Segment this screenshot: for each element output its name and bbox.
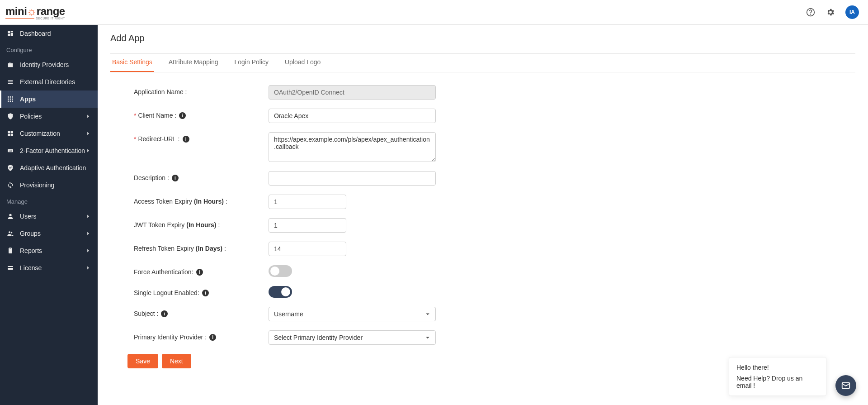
sidebar-item-apps[interactable]: Apps <box>0 91 98 108</box>
svg-rect-17 <box>8 134 10 136</box>
svg-rect-18 <box>11 134 13 136</box>
shield-icon <box>6 112 14 120</box>
svg-rect-15 <box>8 131 10 133</box>
gear-icon[interactable] <box>826 7 835 17</box>
svg-point-1 <box>811 14 811 14</box>
application-name-input <box>269 85 436 100</box>
sidebar-item-license[interactable]: License <box>0 259 98 276</box>
redirect-url-label: Redirect-URL : <box>138 135 179 143</box>
svg-text:123: 123 <box>9 150 12 152</box>
svg-rect-2 <box>8 31 10 33</box>
next-button[interactable]: Next <box>162 354 191 368</box>
client-name-label: Client Name : <box>138 112 176 119</box>
chat-hello: Hello there! <box>736 364 819 371</box>
subject-label: Subject : <box>134 310 158 317</box>
tab-logo[interactable]: Upload Logo <box>283 54 322 72</box>
svg-rect-12 <box>8 100 9 102</box>
chat-fab-button[interactable] <box>835 375 856 396</box>
sidebar-item-provisioning[interactable]: Provisioning <box>0 176 98 194</box>
sidebar-item-label: Users <box>20 213 37 220</box>
sidebar-item-label: Customization <box>20 130 60 137</box>
force-authentication-toggle[interactable] <box>269 265 292 277</box>
topbar: mini☼range SECURE IT RIGHT IA <box>0 0 868 25</box>
svg-rect-10 <box>10 99 11 100</box>
logo-tagline: SECURE IT RIGHT <box>5 17 65 20</box>
avatar[interactable]: IA <box>845 5 859 19</box>
svg-rect-24 <box>9 248 12 253</box>
svg-rect-25 <box>9 248 11 249</box>
orange-o-icon: ☼ <box>27 5 37 17</box>
sidebar-item-label: Groups <box>20 230 41 237</box>
sidebar-item-adaptive[interactable]: Adaptive Authentication <box>0 159 98 176</box>
svg-rect-9 <box>8 99 9 100</box>
refresh-token-expiry-input[interactable] <box>269 242 346 256</box>
svg-rect-11 <box>12 99 13 100</box>
mail-icon <box>841 381 851 391</box>
sidebar-item-label: License <box>20 264 42 272</box>
jwt-label-a: JWT Token Expiry <box>134 221 184 229</box>
info-icon[interactable]: i <box>209 334 216 341</box>
access-token-label-b: (In Hours) <box>194 198 224 205</box>
tab-attr[interactable]: Attribute Mapping <box>167 54 220 72</box>
sidebar-section-section-manage: Manage <box>0 194 98 208</box>
info-icon[interactable]: i <box>179 112 186 119</box>
sidebar-item-users[interactable]: Users <box>0 208 98 225</box>
primary-idp-select[interactable]: Select Primary Identity Provider <box>269 330 436 345</box>
group-icon <box>6 229 14 238</box>
sidebar-item-label: Policies <box>20 113 42 120</box>
sidebar-item-groups[interactable]: Groups <box>0 225 98 242</box>
save-button[interactable]: Save <box>127 354 158 368</box>
logo-text-b: range <box>37 5 65 17</box>
tab-login[interactable]: Login Policy <box>232 54 270 72</box>
sidebar-item-identity-providers[interactable]: Identity Providers <box>0 56 98 73</box>
sidebar-item-label: 2-Factor Authentication <box>20 147 85 154</box>
tabs: Basic SettingsAttribute MappingLogin Pol… <box>110 54 855 72</box>
svg-rect-8 <box>12 96 13 98</box>
svg-rect-27 <box>8 267 13 268</box>
sidebar-item-reports[interactable]: Reports <box>0 242 98 259</box>
tab-basic[interactable]: Basic Settings <box>110 54 154 72</box>
chat-help: Need Help? Drop us an email ! <box>736 375 819 389</box>
info-icon[interactable]: i <box>196 269 203 276</box>
plus-square-icon <box>6 129 14 138</box>
sidebar-item-label: Adaptive Authentication <box>20 164 86 172</box>
chat-tooltip: Hello there! Need Help? Drop us an email… <box>729 357 826 396</box>
sidebar-item-customization[interactable]: Customization <box>0 125 98 142</box>
sidebar-item-label: Dashboard <box>20 30 51 37</box>
logo-text-a: mini <box>5 5 27 17</box>
info-icon[interactable]: i <box>161 310 168 317</box>
svg-rect-7 <box>10 96 11 98</box>
subject-select[interactable]: Username <box>269 307 436 321</box>
help-icon[interactable] <box>806 7 816 17</box>
jwt-token-expiry-input[interactable] <box>269 218 346 233</box>
sidebar-item-external-directories[interactable]: External Directories <box>0 73 98 91</box>
sidebar-item-policies[interactable]: Policies <box>0 108 98 125</box>
description-input[interactable] <box>269 171 436 186</box>
client-name-input[interactable] <box>269 109 436 123</box>
form: Application Name : *Client Name : i *Red… <box>110 85 553 368</box>
sidebar-item-2fa[interactable]: 1232-Factor Authentication <box>0 142 98 159</box>
info-icon[interactable]: i <box>202 290 209 296</box>
logo[interactable]: mini☼range SECURE IT RIGHT <box>5 5 65 20</box>
single-logout-toggle[interactable] <box>269 286 292 298</box>
access-token-expiry-input[interactable] <box>269 195 346 209</box>
info-icon[interactable]: i <box>183 136 189 143</box>
redirect-url-input[interactable] <box>269 132 436 162</box>
user-icon <box>6 212 14 220</box>
refresh-label-a: Refresh Token Expiry <box>134 245 194 252</box>
sidebar-item-dashboard[interactable]: Dashboard <box>0 25 98 42</box>
svg-point-21 <box>9 214 11 216</box>
svg-rect-3 <box>11 31 13 32</box>
refresh-label-b: (In Days) <box>196 245 222 252</box>
pip-label: Primary Identity Provider : <box>134 334 207 341</box>
svg-point-22 <box>9 231 10 233</box>
dashboard-icon <box>6 29 14 38</box>
sync-icon <box>6 181 14 189</box>
list-icon <box>6 78 14 86</box>
svg-rect-4 <box>11 33 13 36</box>
sidebar-section-section-configure: Configure <box>0 42 98 56</box>
application-name-label: Application Name : <box>134 85 269 95</box>
info-icon[interactable]: i <box>172 175 179 181</box>
description-label: Description : <box>134 174 169 181</box>
sidebar-item-label: External Directories <box>20 78 75 86</box>
